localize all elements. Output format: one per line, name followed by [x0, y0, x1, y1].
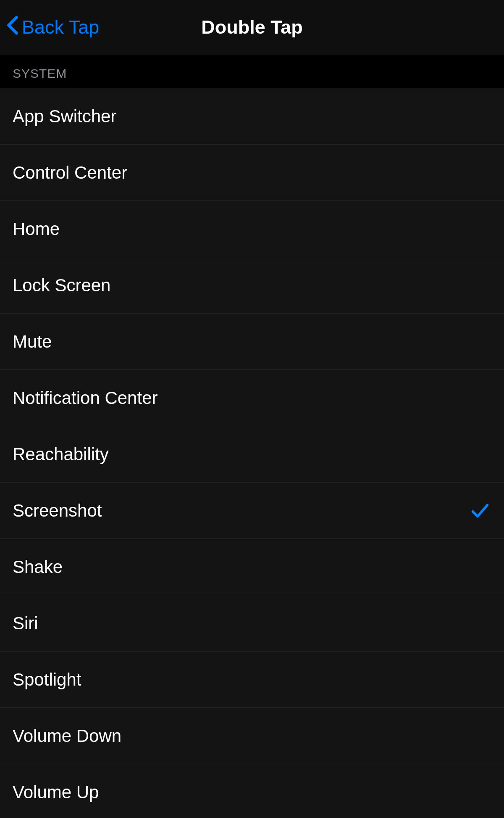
list-item-volume-down[interactable]: Volume Down — [0, 708, 504, 764]
list-item-notification-center[interactable]: Notification Center — [0, 370, 504, 426]
chevron-left-icon — [7, 15, 18, 40]
list-item-shake[interactable]: Shake — [0, 539, 504, 595]
list-item-label: Control Center — [13, 163, 127, 183]
list-item-app-switcher[interactable]: App Switcher — [0, 88, 504, 145]
list-item-home[interactable]: Home — [0, 201, 504, 257]
list-item-label: Siri — [13, 613, 38, 633]
list-item-label: Volume Up — [13, 782, 99, 802]
list-item-control-center[interactable]: Control Center — [0, 145, 504, 201]
list-item-reachability[interactable]: Reachability — [0, 426, 504, 483]
list-item-label: Mute — [13, 332, 52, 352]
list-item-lock-screen[interactable]: Lock Screen — [0, 257, 504, 314]
list-item-label: Notification Center — [13, 388, 158, 408]
list-item-label: Lock Screen — [13, 275, 110, 296]
list-item-label: Shake — [13, 557, 63, 577]
list-item-label: Volume Down — [13, 726, 121, 746]
list-item-label: Reachability — [13, 444, 109, 464]
system-actions-list: App Switcher Control Center Home Lock Sc… — [0, 88, 504, 818]
list-item-volume-up[interactable]: Volume Up — [0, 764, 504, 818]
back-button[interactable]: Back Tap — [7, 15, 99, 40]
list-item-label: Screenshot — [13, 501, 102, 521]
list-item-siri[interactable]: Siri — [0, 595, 504, 652]
back-label: Back Tap — [22, 16, 99, 38]
section-header: SYSTEM — [0, 55, 504, 88]
checkmark-icon — [470, 501, 490, 520]
page-title: Double Tap — [201, 16, 303, 38]
navbar: Back Tap Double Tap — [0, 0, 504, 55]
list-item-label: Spotlight — [13, 670, 81, 690]
list-item-label: Home — [13, 219, 60, 239]
list-item-label: App Switcher — [13, 106, 116, 127]
list-item-spotlight[interactable]: Spotlight — [0, 652, 504, 708]
list-item-mute[interactable]: Mute — [0, 314, 504, 370]
list-item-screenshot[interactable]: Screenshot — [0, 483, 504, 539]
